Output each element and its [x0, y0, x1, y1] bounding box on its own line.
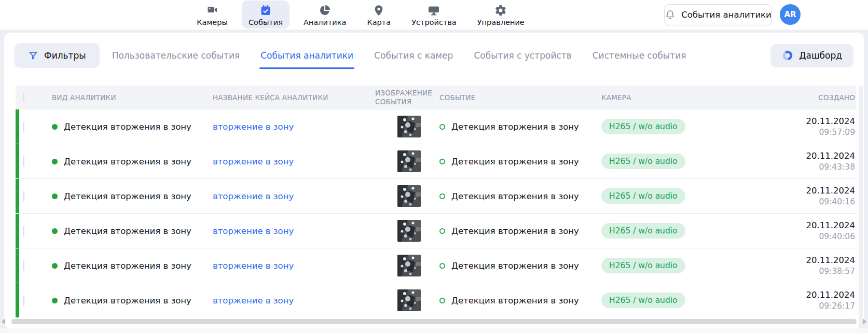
calendar-check-icon — [259, 4, 272, 17]
event-label: Детекция вторжения в зону — [451, 122, 579, 132]
event-thumbnail[interactable] — [397, 220, 421, 242]
donut-chart-icon — [782, 50, 793, 61]
nav-label: Аналитика — [304, 18, 347, 26]
scroll-right-arrow-icon[interactable] — [863, 318, 866, 325]
status-dot-icon — [52, 263, 58, 269]
table-row[interactable]: Детекция вторжения в зону вторжение в зо… — [16, 144, 856, 178]
table-row[interactable]: Детекция вторжения в зону вторжение в зо… — [16, 109, 856, 144]
nav-item-analytics[interactable]: Аналитика — [297, 1, 353, 29]
case-link[interactable]: вторжение в зону — [213, 226, 294, 236]
camera-badge[interactable]: H265 / w/o audio — [601, 223, 685, 239]
column-header-event-image: ИЗОБРАЖЕНИЕ СОБЫТИЯ — [371, 89, 439, 106]
event-label: Детекция вторжения в зону — [451, 261, 579, 271]
status-dot-icon — [52, 193, 58, 199]
event-label: Детекция вторжения в зону — [451, 191, 579, 201]
filter-funnel-icon — [28, 50, 38, 61]
event-tabs: Пользовательские события События аналити… — [112, 50, 686, 61]
event-status-ring-icon — [439, 298, 445, 303]
case-link[interactable]: вторжение в зону — [213, 191, 294, 201]
tab-user-events[interactable]: Пользовательские события — [112, 50, 240, 61]
column-header-created: СОЗДАНО — [753, 93, 856, 102]
column-header-analytics-type: ВИД АНАЛИТИКИ — [52, 93, 213, 102]
event-label: Детекция вторжения в зону — [451, 226, 579, 236]
video-camera-icon — [206, 4, 218, 17]
table-row[interactable]: Детекция вторжения в зону вторжение в зо… — [16, 213, 856, 248]
events-panel: Фильтры Пользовательские события События… — [4, 33, 864, 328]
column-header-event: СОБЫТИЕ — [439, 93, 601, 102]
row-checkbox[interactable] — [23, 260, 24, 271]
analytics-type-label: Детекция вторжения в зону — [64, 191, 191, 201]
filters-button[interactable]: Фильтры — [15, 43, 100, 68]
dashboard-button[interactable]: Дашборд — [770, 44, 853, 67]
analytics-type-label: Детекция вторжения в зону — [64, 157, 191, 166]
camera-badge[interactable]: H265 / w/o audio — [601, 119, 685, 134]
tab-device-events[interactable]: События с устройств — [474, 50, 571, 61]
created-date: 20.11.2024 — [753, 186, 855, 196]
page-bottom-strip — [0, 328, 868, 333]
nav-item-events[interactable]: События — [242, 1, 290, 29]
created-time: 09:40:16 — [753, 197, 855, 206]
event-thumbnail[interactable] — [397, 150, 421, 172]
nav-item-cameras[interactable]: Камеры — [190, 1, 235, 29]
nav-label: События — [249, 18, 283, 26]
camera-badge[interactable]: H265 / w/o audio — [601, 293, 685, 308]
row-checkbox[interactable] — [23, 121, 24, 132]
nav-item-management[interactable]: Управление — [471, 1, 531, 29]
created-time: 09:57:09 — [753, 128, 855, 137]
tab-camera-events[interactable]: События с камер — [374, 50, 453, 61]
created-date: 20.11.2024 — [753, 290, 855, 300]
table-row[interactable]: Детекция вторжения в зону вторжение в зо… — [16, 178, 856, 213]
row-checkbox[interactable] — [23, 191, 24, 202]
table-row[interactable]: Детекция вторжения в зону вторжение в зо… — [16, 248, 856, 283]
event-thumbnail[interactable] — [397, 116, 421, 137]
event-status-ring-icon — [439, 159, 445, 164]
case-link[interactable]: вторжение в зону — [213, 157, 294, 166]
camera-badge[interactable]: H265 / w/o audio — [601, 258, 685, 273]
table-header-row: ВИД АНАЛИТИКИ НАЗВАНИЕ КЕЙСА АНАЛИТИКИ И… — [16, 86, 856, 109]
gear-icon — [494, 4, 507, 17]
nav-item-map[interactable]: Карта — [360, 1, 397, 29]
status-dot-icon — [52, 228, 58, 234]
row-status-accent — [16, 109, 19, 144]
nav-label: Устройства — [411, 18, 457, 26]
nav-item-devices[interactable]: Устройства — [405, 1, 463, 29]
column-header-case-name: НАЗВАНИЕ КЕЙСА АНАЛИТИКИ — [213, 93, 371, 102]
case-link[interactable]: вторжение в зону — [213, 261, 294, 271]
status-dot-icon — [52, 159, 58, 164]
camera-badge[interactable]: H265 / w/o audio — [601, 188, 685, 204]
table-row[interactable]: Детекция вторжения в зону вторжение в зо… — [16, 283, 856, 317]
events-toolbar: Фильтры Пользовательские события События… — [15, 43, 853, 68]
user-avatar[interactable]: AR — [780, 4, 801, 25]
event-status-ring-icon — [439, 193, 445, 199]
vertical-scrollbar[interactable] — [859, 86, 863, 333]
tab-system-events[interactable]: Системные события — [593, 50, 686, 61]
created-time: 09:40:06 — [753, 232, 855, 241]
analytics-type-label: Детекция вторжения в зону — [64, 226, 191, 236]
event-thumbnail[interactable] — [397, 289, 421, 311]
pie-chart-icon — [319, 4, 331, 17]
case-link[interactable]: вторжение в зону — [213, 122, 294, 132]
tab-analytics-events[interactable]: События аналитики — [260, 50, 353, 61]
table-body: Детекция вторжения в зону вторжение в зо… — [16, 109, 856, 317]
status-dot-icon — [52, 298, 58, 303]
bell-icon — [665, 9, 676, 20]
event-thumbnail[interactable] — [397, 185, 421, 207]
column-header-camera: КАМЕРА — [601, 93, 753, 102]
select-all-checkbox[interactable] — [23, 93, 24, 102]
row-checkbox[interactable] — [23, 226, 24, 237]
row-checkbox[interactable] — [23, 156, 24, 167]
scroll-left-arrow-icon[interactable] — [2, 318, 5, 325]
nav-label: Камеры — [197, 18, 228, 26]
event-label: Детекция вторжения в зону — [451, 296, 579, 306]
top-bar: Камеры События Аналитика Карта Устройств — [0, 0, 868, 30]
camera-badge[interactable]: H265 / w/o audio — [601, 154, 685, 169]
monitor-icon — [428, 4, 440, 17]
row-status-accent — [16, 283, 19, 317]
status-dot-icon — [52, 124, 58, 130]
row-checkbox[interactable] — [23, 295, 24, 306]
horizontal-scrollbar[interactable] — [11, 319, 857, 324]
case-link[interactable]: вторжение в зону — [213, 296, 294, 306]
analytics-events-notifications-button[interactable]: События аналитики — [664, 4, 772, 25]
event-thumbnail[interactable] — [397, 255, 421, 276]
created-date: 20.11.2024 — [753, 116, 855, 126]
